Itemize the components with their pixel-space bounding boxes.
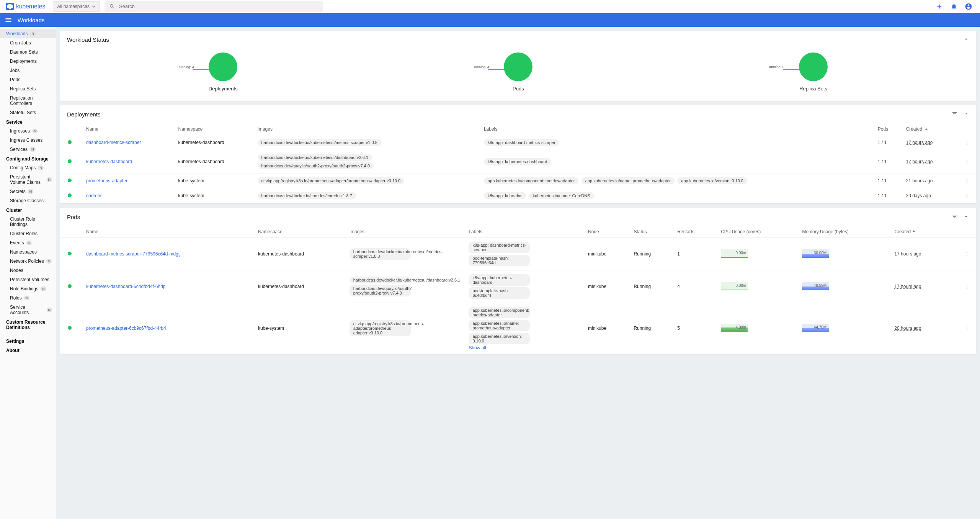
resource-link[interactable]: kubernetes-dashboard-6c4dfbd4f-6hrlp [86,284,165,289]
sidebar-item-cluster-roles[interactable]: Cluster Roles [0,229,56,238]
sidebar-item-cron-jobs[interactable]: Cron Jobs [0,38,56,47]
image-chip: harbor.dcas.dev/docker.io/kubernetesui/d… [258,154,372,161]
sidebar-header[interactable]: Custom Resource Definitions [0,317,56,332]
sidebar-item-persistent-volume-claims[interactable]: Persistent Volume ClaimsN [0,172,56,187]
row-menu-button[interactable]: ⋮ [949,270,976,303]
sidebar-item-replication-controllers[interactable]: Replication Controllers [0,93,56,108]
logo-text: kubernetes [16,3,45,10]
sidebar-item-ingresses[interactable]: IngressesN [0,126,56,136]
search-input[interactable] [119,3,318,9]
namespace-selector[interactable]: All namespaces [53,1,100,12]
status-dot [68,326,72,330]
label-chip: app.kubernetes.io/component: metrics-ada… [469,307,530,318]
filter-button[interactable] [952,213,958,221]
table-row: dashboard-metrics-scraperkubernetes-dash… [60,135,976,150]
row-menu-button[interactable]: ⋮ [953,188,976,203]
column-header[interactable]: Status [629,226,673,238]
filter-button[interactable] [952,111,958,118]
image-chip: cr.vkp.app/registry.k8s.io/prometheus-ad… [350,320,411,336]
resource-link[interactable]: prometheus-adapter-6cb9c67fbd-44rb4 [86,326,166,331]
table-row: kubernetes-dashboard-6c4dfbd4f-6hrlpkube… [60,270,976,303]
column-header[interactable]: Namespace [253,226,345,238]
sidebar-item-stateful-sets[interactable]: Stateful Sets [0,108,56,117]
sidebar-item-roles[interactable]: RolesN [0,293,56,303]
sidebar-item-config-maps[interactable]: Config MapsN [0,163,56,172]
notifications-button[interactable] [950,3,958,10]
sidebar-item-daemon-sets[interactable]: Daemon Sets [0,47,56,57]
sidebar-item-ingress-classes[interactable]: Ingress Classes [0,136,56,145]
pods-cell: 1 / 1 [873,174,902,188]
collapse-button[interactable] [963,213,969,221]
user-menu-button[interactable] [965,3,972,10]
row-menu-button[interactable]: ⋮ [953,150,976,174]
column-header[interactable]: Restarts [673,226,716,238]
sidebar-header[interactable]: Config and Storage [0,154,56,163]
sidebar-item-storage-classes[interactable]: Storage Classes [0,196,56,205]
sidebar-item-cluster-role-bindings[interactable]: Cluster Role Bindings [0,214,56,229]
sidebar-header[interactable]: Service [0,117,56,126]
column-header[interactable]: Name [82,123,174,135]
column-header[interactable]: CPU Usage (cores) [716,226,797,238]
sidebar-item-label: Network Policies [10,259,44,264]
sidebar-item-secrets[interactable]: SecretsN [0,187,56,196]
created-cell: 20 hours ago [894,326,921,331]
sidebar-item-services[interactable]: ServicesN [0,145,56,154]
resource-link[interactable]: kubernetes-dashboard [86,159,132,164]
namespaced-badge: N [32,129,38,133]
donut-label: Pods [513,86,524,92]
sidebar-item-persistent-volumes[interactable]: Persistent Volumes [0,275,56,284]
resource-link[interactable]: coredns [86,193,103,198]
column-header[interactable]: Name [82,226,253,238]
collapse-button[interactable] [963,36,969,43]
sidebar-item-pods[interactable]: Pods [0,75,56,84]
search-box[interactable] [105,1,323,12]
sidebar-item-nodes[interactable]: Nodes [0,266,56,275]
column-header[interactable]: Images [253,123,479,135]
section-bar: Workloads [0,13,980,27]
sidebar-item-events[interactable]: EventsN [0,238,56,247]
create-button[interactable] [936,3,943,10]
resource-link[interactable]: dashboard-metrics-scraper [86,140,141,145]
sidebar-item-workloads[interactable]: WorkloadsN [0,29,56,38]
sidebar-item-label: Jobs [10,68,20,73]
sidebar-item-namespaces[interactable]: Namespaces [0,247,56,257]
column-header[interactable]: Labels [464,226,583,238]
row-menu-button[interactable]: ⋮ [953,135,976,150]
row-menu-button[interactable]: ⋮ [949,303,976,354]
column-header[interactable]: Labels [479,123,873,135]
sidebar-item-service-accounts[interactable]: Service AccountsN [0,303,56,317]
label-chip: app.kubernetes.io/component: metrics-ada… [484,177,578,184]
sidebar-item-role-bindings[interactable]: Role BindingsN [0,284,56,293]
pods-cell: 1 / 1 [873,188,902,203]
column-header[interactable]: Memory Usage (bytes) [797,226,890,238]
sidebar-item-network-policies[interactable]: Network PoliciesN [0,257,56,266]
menu-toggle-button[interactable] [5,16,12,24]
row-menu-button[interactable]: ⋮ [953,174,976,188]
top-actions [936,3,977,10]
sidebar-item-settings[interactable]: Settings [0,336,56,345]
row-menu-button[interactable]: ⋮ [949,238,976,270]
resource-link[interactable]: dashboard-metrics-scraper-779596c64d-mdg… [86,251,181,257]
namespaced-badge: N [24,296,30,300]
sidebar-item-deployments[interactable]: Deployments [0,57,56,66]
column-header[interactable]: Namespace [174,123,253,135]
column-header[interactable]: Created [901,123,953,135]
column-header[interactable]: Images [345,226,464,238]
column-header[interactable]: Node [583,226,629,238]
status-cell: Running [629,303,673,354]
sidebar-item-replica-sets[interactable]: Replica Sets [0,84,56,93]
resource-link[interactable]: prometheus-adapter [86,178,127,183]
column-header[interactable]: Created [890,226,949,238]
sidebar-header[interactable]: Cluster [0,205,56,214]
sidebar-item-about[interactable]: About [0,345,56,355]
collapse-button[interactable] [963,111,969,118]
created-cell: 17 hours ago [906,140,933,145]
sidebar-item-jobs[interactable]: Jobs [0,66,56,75]
sidebar-item-label: Secrets [10,189,26,194]
status-dot [68,193,72,197]
node-cell: minikube [583,270,629,303]
column-header[interactable]: Pods [873,123,902,135]
show-all-link[interactable]: Show all [469,345,486,350]
logo[interactable]: kubernetes [3,3,48,10]
label-chip: app.kubernetes.io/name: prometheus-adapt… [469,320,530,331]
